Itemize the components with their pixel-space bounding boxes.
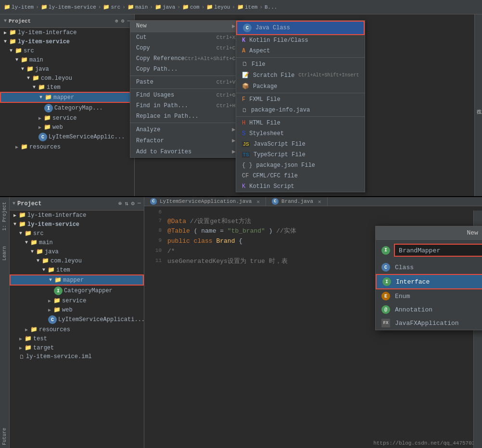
close-tab-icon-2[interactable]: ✕ [318, 199, 321, 205]
tree-label: service [62, 298, 86, 304]
tree-item-categorymap-top[interactable]: I CategoryMap... [0, 103, 134, 113]
arrow-icon: ▶ [38, 124, 41, 130]
tree-item-main-top[interactable]: ▼ 📁 main [0, 55, 134, 64]
tree-item-mapper-top[interactable]: ▼ 📁 mapper [0, 92, 134, 103]
tree-item-interface-bottom[interactable]: ▶ 📁 ly-item-interface [10, 211, 144, 220]
submenu-ts[interactable]: TS TypeScript File [236, 149, 365, 160]
ctx-replace-path[interactable]: Replace in Path... [130, 111, 241, 122]
ctx-cut[interactable]: Cut Ctrl+X [130, 32, 241, 43]
dialog-option-annotation[interactable]: @ Annotation [376, 303, 482, 316]
submenu-label: CFML/CFC file [253, 173, 298, 179]
tree-item-mapper-bottom[interactable]: ▼ 📁 mapper [10, 274, 144, 286]
tree-item-src-top[interactable]: ▼ 📁 src [0, 46, 134, 55]
annotation: @Data [167, 218, 186, 225]
tree-item-service-folder-bottom[interactable]: ▶ 📁 service [10, 296, 144, 305]
tree-label: LyItemServiceApplic... [49, 134, 125, 140]
ctx-copy[interactable]: Copy Ctrl+C [130, 43, 241, 53]
comment-3: /* [167, 248, 175, 255]
tab-brand[interactable]: C Brand.java ✕ [266, 197, 328, 206]
submenu-js[interactable]: JS JavaScript File [236, 139, 365, 149]
submenu-json[interactable]: { } package.json File [236, 160, 365, 171]
folder-icon: 📁 [53, 306, 61, 313]
gear-icon[interactable]: ⚙ [131, 200, 135, 207]
tree-item-service-bottom[interactable]: ▼ 📁 ly-item-service [10, 220, 144, 229]
tree-item-src-bottom[interactable]: ▼ 📁 src [10, 229, 144, 238]
class-name-input[interactable] [394, 244, 482, 257]
folder-icon-7: 📁 [206, 4, 213, 10]
ctx-analyze[interactable]: Analyze ▶ [130, 124, 241, 135]
project-title-bottom: Project [17, 200, 41, 207]
submenu-java-class[interactable]: C Java Class [236, 21, 365, 35]
folder-icon: 📁 [25, 230, 32, 237]
submenu-css[interactable]: S Stylesheet [236, 128, 365, 139]
ctx-add-favorites[interactable]: Add to Favorites ▶ [130, 146, 241, 157]
tree-item-comleyou-bottom[interactable]: ▼ 📁 com.leyou [10, 256, 144, 265]
submenu-file[interactable]: 🗋 File [236, 59, 365, 70]
submenu-ks[interactable]: K Kotlin Script [236, 181, 365, 192]
dialog-option-class[interactable]: C Class [376, 261, 482, 274]
dialog-option-interface[interactable]: I Interface [376, 274, 482, 289]
vtab-project[interactable]: 1: Project [1, 199, 8, 234]
tree-item-main-bottom[interactable]: ▼ 📁 main [10, 238, 144, 247]
tree-item-service-top[interactable]: ▼ 📁 ly-item-service [0, 37, 134, 46]
submenu-kotlin[interactable]: K Kotlin File/Class [236, 35, 365, 46]
ctx-copy-path[interactable]: Copy Path... [130, 64, 241, 75]
tree-item-web-bottom[interactable]: ▶ 📁 web [10, 305, 144, 314]
tree-item-test[interactable]: ▶ 📁 test [10, 334, 144, 343]
tree-item-item-top[interactable]: ▼ 📁 item [0, 83, 134, 92]
line-number: 11 [148, 257, 162, 265]
tree-item-web-top[interactable]: ▶ 📁 web [0, 123, 134, 132]
option-label: Interface [396, 278, 430, 286]
submenu-package[interactable]: 📦 Package [236, 81, 365, 92]
plus-icon[interactable]: ⊕ [115, 18, 118, 24]
tree-item-item-bottom[interactable]: ▼ 📁 item [10, 265, 144, 274]
settings-icon[interactable]: ⚙ [121, 18, 125, 24]
submenu-fxml[interactable]: F FXML File [236, 94, 365, 105]
submenu-html[interactable]: H HTML File [236, 118, 365, 128]
tree-item-lyitemapp-top[interactable]: C LyItemServiceApplic... [0, 132, 134, 142]
ctx-find-usages[interactable]: Find Usages Ctrl+G [130, 90, 241, 100]
tree-item-java-top[interactable]: ▼ 📁 java [0, 64, 134, 74]
tree-label: ly-item-interface [27, 212, 86, 219]
close-icon[interactable]: — [138, 200, 141, 207]
tree-item-categorymap-bottom[interactable]: I CategoryMapper [10, 286, 144, 296]
kw-class: class [194, 237, 216, 245]
tree-item-lyitemapp-bottom[interactable]: C LyItemServiceApplicati... [10, 314, 144, 325]
submenu-pkginfo[interactable]: 🗋 package-info.java [236, 105, 365, 115]
tree-label: item [47, 84, 61, 91]
submenu-cfml[interactable]: CF CFML/CFC file [236, 171, 365, 181]
vtab-learn[interactable]: Learn [1, 243, 8, 263]
tree-item-interface-top[interactable]: ▶ 📁 ly-item-interface [0, 28, 134, 37]
line-number: 8 [148, 226, 162, 235]
tree-item-resources-bottom[interactable]: ▶ 📁 resources [10, 325, 144, 334]
equalizer-icon[interactable]: ⇅ [125, 200, 128, 207]
java-class-icon: I [44, 104, 53, 112]
tree-item-service-folder-top[interactable]: ▶ 📁 service [0, 113, 134, 123]
tree-item-iml[interactable]: 🗋 ly-item-service.iml [10, 352, 144, 361]
ctx-paste[interactable]: Paste Ctrl+V [130, 77, 241, 87]
dialog-option-javafx[interactable]: FX JavaFXApplication [376, 316, 482, 330]
tree-item-comleyou-top[interactable]: ▼ 📁 com.leyou [0, 74, 134, 83]
folder-icon: 📁 [54, 276, 62, 284]
close-tab-icon[interactable]: ✕ [256, 199, 260, 205]
submenu-aspect[interactable]: A Aspect [236, 46, 365, 56]
tree-label: ly-item-service.iml [26, 353, 92, 360]
submenu-scratch[interactable]: 📝 Scratch File Ctrl+Alt+Shift+Insert [236, 70, 365, 81]
bc-9: B... [265, 4, 277, 10]
vtab-future[interactable]: Future [1, 425, 8, 448]
folder-icon: 📁 [42, 257, 49, 264]
plus-icon-bottom[interactable]: ⊕ [118, 200, 122, 207]
arrow-icon: ▶ [48, 307, 51, 313]
tree-item-target[interactable]: ▶ 📁 target [10, 343, 144, 352]
dialog-option-enum[interactable]: E Enum [376, 289, 482, 303]
tab-lyitemservice[interactable]: C LyItemServiceApplication.java ✕ [144, 197, 266, 206]
pkginfo-icon: 🗋 [242, 107, 247, 113]
ctx-refactor[interactable]: Refactor ▶ [130, 135, 241, 146]
ctx-find-path[interactable]: Find in Path... Ctrl+H [130, 100, 241, 111]
ctx-copy-ref[interactable]: Copy Reference Ctrl+Alt+Shift+C [130, 53, 241, 64]
tree-item-java-bottom[interactable]: ▼ 📁 java [10, 247, 144, 256]
submenu-sep-3 [236, 116, 365, 117]
ctx-label: Find Usages [136, 92, 174, 99]
ctx-sep-3 [130, 123, 241, 123]
tree-item-resources-top[interactable]: ▶ 📁 resources [0, 142, 134, 151]
